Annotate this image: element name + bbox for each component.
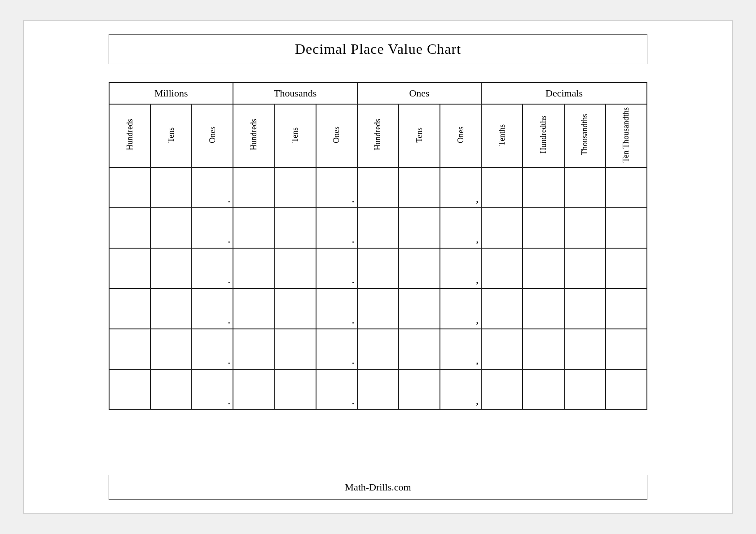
cell-r6-c9[interactable]: , [440, 369, 481, 410]
cell-r4-c9[interactable]: , [440, 289, 481, 329]
cell-r2-c5[interactable] [275, 208, 316, 248]
cell-r3-c5[interactable] [275, 248, 316, 289]
cell-r3-c12[interactable] [564, 248, 606, 289]
cell-r1-c3[interactable]: . [192, 167, 233, 208]
cell-r3-c13[interactable] [606, 248, 647, 289]
cell-r3-c9[interactable]: , [440, 248, 481, 289]
separator-comma: , [476, 397, 479, 407]
cell-r5-c9[interactable]: , [440, 329, 481, 369]
cell-r3-c4[interactable] [233, 248, 274, 289]
cell-r2-c6[interactable]: . [316, 208, 357, 248]
cell-r1-c8[interactable] [399, 167, 440, 208]
cell-r1-c5[interactable] [275, 167, 316, 208]
page-title: Decimal Place Value Chart [109, 34, 647, 64]
cell-r3-c7[interactable] [357, 248, 399, 289]
cell-r4-c12[interactable] [564, 289, 606, 329]
cell-r6-c2[interactable] [150, 369, 192, 410]
subheader-thousandths: Thousandths [564, 104, 606, 167]
cell-r6-c3[interactable]: . [192, 369, 233, 410]
subheader-thou-hundreds: Hundreds [233, 104, 274, 167]
cell-r4-c2[interactable] [150, 289, 192, 329]
cell-r4-c13[interactable] [606, 289, 647, 329]
subheader-ones-ones: Ones [440, 104, 481, 167]
cell-r2-c12[interactable] [564, 208, 606, 248]
cell-r5-c2[interactable] [150, 329, 192, 369]
cell-r2-c1[interactable] [109, 208, 150, 248]
cell-r2-c7[interactable] [357, 208, 399, 248]
cell-r4-c5[interactable] [275, 289, 316, 329]
cell-r4-c7[interactable] [357, 289, 399, 329]
cell-r5-c7[interactable] [357, 329, 399, 369]
subheader-thou-ones: Ones [316, 104, 357, 167]
group-decimals: Decimals [481, 83, 647, 104]
cell-r6-c6[interactable]: . [316, 369, 357, 410]
cell-r2-c8[interactable] [399, 208, 440, 248]
cell-r4-c10[interactable] [481, 289, 523, 329]
cell-r1-c13[interactable] [606, 167, 647, 208]
cell-r5-c1[interactable] [109, 329, 150, 369]
cell-r5-c4[interactable] [233, 329, 274, 369]
cell-r4-c4[interactable] [233, 289, 274, 329]
data-row-1: . . , [109, 167, 647, 208]
cell-r5-c3[interactable]: . [192, 329, 233, 369]
cell-r1-c1[interactable] [109, 167, 150, 208]
cell-r3-c10[interactable] [481, 248, 523, 289]
cell-r6-c1[interactable] [109, 369, 150, 410]
separator-dot: . [228, 195, 230, 205]
cell-r1-c10[interactable] [481, 167, 523, 208]
data-body: . . , . [109, 167, 647, 410]
cell-r2-c10[interactable] [481, 208, 523, 248]
subheader-tenths: Tenths [481, 104, 523, 167]
cell-r1-c6[interactable]: . [316, 167, 357, 208]
subheader-mil-hundreds: Hundreds [109, 104, 150, 167]
place-value-table: Millions Thousands Ones Decimals Hundred… [109, 82, 647, 410]
cell-r5-c13[interactable] [606, 329, 647, 369]
cell-r5-c11[interactable] [523, 329, 564, 369]
cell-r4-c8[interactable] [399, 289, 440, 329]
cell-r1-c4[interactable] [233, 167, 274, 208]
cell-r6-c12[interactable] [564, 369, 606, 410]
cell-r5-c8[interactable] [399, 329, 440, 369]
cell-r1-c11[interactable] [523, 167, 564, 208]
cell-r5-c10[interactable] [481, 329, 523, 369]
cell-r2-c3[interactable]: . [192, 208, 233, 248]
separator-dot: . [228, 316, 230, 326]
cell-r1-c9[interactable]: , [440, 167, 481, 208]
cell-r4-c3[interactable]: . [192, 289, 233, 329]
cell-r4-c11[interactable] [523, 289, 564, 329]
cell-r5-c12[interactable] [564, 329, 606, 369]
cell-r4-c1[interactable] [109, 289, 150, 329]
cell-r6-c5[interactable] [275, 369, 316, 410]
cell-r3-c3[interactable]: . [192, 248, 233, 289]
cell-r3-c11[interactable] [523, 248, 564, 289]
cell-r1-c7[interactable] [357, 167, 399, 208]
subheader-mil-ones: Ones [192, 104, 233, 167]
data-row-5: . . , [109, 329, 647, 369]
separator-dot: . [352, 195, 354, 205]
group-ones: Ones [357, 83, 481, 104]
cell-r6-c10[interactable] [481, 369, 523, 410]
subheader-mil-tens: Tens [150, 104, 192, 167]
separator-comma: , [476, 276, 479, 285]
cell-r5-c6[interactable]: . [316, 329, 357, 369]
cell-r6-c8[interactable] [399, 369, 440, 410]
cell-r2-c9[interactable]: , [440, 208, 481, 248]
cell-r1-c2[interactable] [150, 167, 192, 208]
cell-r1-c12[interactable] [564, 167, 606, 208]
cell-r6-c7[interactable] [357, 369, 399, 410]
cell-r3-c6[interactable]: . [316, 248, 357, 289]
cell-r2-c4[interactable] [233, 208, 274, 248]
data-row-4: . . , [109, 289, 647, 329]
cell-r3-c8[interactable] [399, 248, 440, 289]
cell-r6-c4[interactable] [233, 369, 274, 410]
cell-r5-c5[interactable] [275, 329, 316, 369]
cell-r6-c13[interactable] [606, 369, 647, 410]
cell-r2-c13[interactable] [606, 208, 647, 248]
cell-r3-c1[interactable] [109, 248, 150, 289]
cell-r2-c11[interactable] [523, 208, 564, 248]
cell-r4-c6[interactable]: . [316, 289, 357, 329]
cell-r2-c2[interactable] [150, 208, 192, 248]
data-row-2: . . , [109, 208, 647, 248]
cell-r6-c11[interactable] [523, 369, 564, 410]
cell-r3-c2[interactable] [150, 248, 192, 289]
